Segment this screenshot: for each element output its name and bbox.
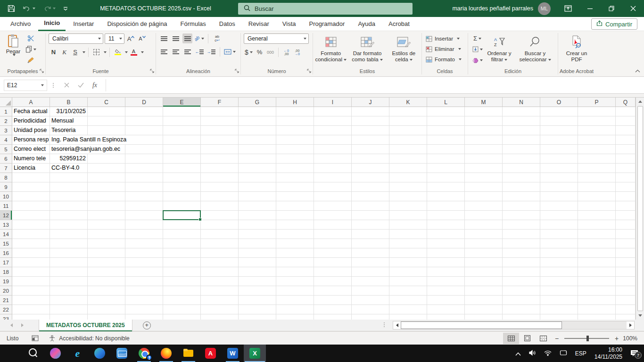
cell-N22[interactable] — [503, 305, 540, 314]
conditional-formatting-button[interactable]: Formato condicional — [313, 33, 348, 68]
cell-P4[interactable] — [578, 135, 616, 145]
zoom-level[interactable]: 100% — [622, 335, 644, 342]
cell-C8[interactable] — [88, 173, 125, 182]
cell-P16[interactable] — [578, 248, 616, 258]
format-painter-button[interactable] — [25, 55, 36, 65]
scroll-left-icon[interactable] — [393, 321, 401, 329]
cell-P15[interactable] — [578, 239, 616, 248]
format-as-table-button[interactable]: Dar formato como tabla — [349, 33, 385, 68]
cell-A18[interactable] — [12, 267, 50, 277]
cell-H9[interactable] — [276, 182, 314, 192]
cell-L8[interactable] — [427, 173, 465, 182]
cell-D21[interactable] — [125, 296, 163, 305]
cell-J15[interactable] — [352, 239, 389, 248]
cell-C3[interactable] — [88, 126, 125, 135]
cell-F16[interactable] — [201, 248, 239, 258]
select-all-corner[interactable] — [0, 98, 12, 107]
cell-H4[interactable] — [276, 135, 314, 145]
cell-F3[interactable] — [201, 126, 239, 135]
cell-L3[interactable] — [427, 126, 465, 135]
cell-B23[interactable] — [50, 314, 88, 320]
cell-G18[interactable] — [239, 267, 276, 277]
cell-D1[interactable] — [125, 107, 163, 116]
cell-O1[interactable] — [540, 107, 578, 116]
cell-H16[interactable] — [276, 248, 314, 258]
cell-A14[interactable] — [12, 230, 50, 239]
cell-L4[interactable] — [427, 135, 465, 145]
cell-D11[interactable] — [125, 201, 163, 211]
cell-J6[interactable] — [352, 154, 389, 164]
cell-Q17[interactable] — [616, 258, 636, 267]
cell-F7[interactable] — [201, 164, 239, 173]
cell-K9[interactable] — [389, 182, 427, 192]
cell-M14[interactable] — [465, 230, 503, 239]
column-header-l[interactable]: L — [427, 98, 465, 107]
cell-K21[interactable] — [389, 296, 427, 305]
cell-A3[interactable]: Unidad pose — [12, 126, 50, 135]
cell-O9[interactable] — [540, 182, 578, 192]
page-layout-view-button[interactable] — [519, 333, 535, 344]
column-header-q[interactable]: Q — [616, 98, 636, 107]
cell-O7[interactable] — [540, 164, 578, 173]
column-header-e[interactable]: E — [163, 98, 201, 107]
cell-M20[interactable] — [465, 286, 503, 296]
cell-G13[interactable] — [239, 220, 276, 230]
align-middle-button[interactable] — [171, 33, 181, 43]
cell-I14[interactable] — [314, 230, 352, 239]
tab-formulas[interactable]: Fórmulas — [175, 17, 212, 31]
customize-quick-access-icon[interactable] — [63, 6, 68, 11]
cell-A2[interactable]: Periodicidad — [12, 116, 50, 126]
cell-N5[interactable] — [503, 145, 540, 154]
sort-filter-button[interactable]: AZ Ordenar y filtrar — [483, 33, 516, 68]
cell-G22[interactable] — [239, 305, 276, 314]
cell-F6[interactable] — [201, 154, 239, 164]
cell-C11[interactable] — [88, 201, 125, 211]
cell-I1[interactable] — [314, 107, 352, 116]
cell-N7[interactable] — [503, 164, 540, 173]
column-header-o[interactable]: O — [540, 98, 578, 107]
cell-E23[interactable] — [163, 314, 201, 320]
cell-I23[interactable] — [314, 314, 352, 320]
row-header-12[interactable]: 12 — [0, 211, 12, 220]
cell-L22[interactable] — [427, 305, 465, 314]
cell-M1[interactable] — [465, 107, 503, 116]
cell-C1[interactable] — [88, 107, 125, 116]
cell-Q23[interactable] — [616, 314, 636, 320]
cell-O20[interactable] — [540, 286, 578, 296]
cell-Q13[interactable] — [616, 220, 636, 230]
cell-Q21[interactable] — [616, 296, 636, 305]
font-color-caret[interactable] — [141, 51, 144, 53]
taskbar-search-button[interactable] — [22, 345, 44, 362]
formula-bar-grip[interactable] — [53, 83, 54, 88]
currency-format-button[interactable]: $ — [244, 47, 254, 57]
cell-D20[interactable] — [125, 286, 163, 296]
clipboard-dialog-launcher[interactable] — [40, 66, 44, 75]
tab-inicio[interactable]: Inicio — [38, 17, 66, 31]
cell-D8[interactable] — [125, 173, 163, 182]
cell-F17[interactable] — [201, 258, 239, 267]
cell-P6[interactable] — [578, 154, 616, 164]
copy-button[interactable] — [25, 44, 36, 54]
cell-L17[interactable] — [427, 258, 465, 267]
cell-E21[interactable] — [163, 296, 201, 305]
column-header-p[interactable]: P — [578, 98, 616, 107]
find-select-button[interactable]: Buscar y seleccionar — [516, 33, 554, 68]
row-header-13[interactable]: 13 — [0, 220, 12, 230]
cell-O10[interactable] — [540, 192, 578, 201]
cell-I16[interactable] — [314, 248, 352, 258]
cell-L5[interactable] — [427, 145, 465, 154]
row-header-8[interactable]: 8 — [0, 173, 12, 182]
row-header-17[interactable]: 17 — [0, 258, 12, 267]
cell-G12[interactable] — [239, 211, 276, 220]
cell-G3[interactable] — [239, 126, 276, 135]
cell-P3[interactable] — [578, 126, 616, 135]
cell-J3[interactable] — [352, 126, 389, 135]
cell-M10[interactable] — [465, 192, 503, 201]
row-header-14[interactable]: 14 — [0, 230, 12, 239]
clear-button[interactable] — [472, 55, 483, 65]
cell-G17[interactable] — [239, 258, 276, 267]
cell-B22[interactable] — [50, 305, 88, 314]
cell-E13[interactable] — [163, 220, 201, 230]
cell-L19[interactable] — [427, 277, 465, 286]
cell-C18[interactable] — [88, 267, 125, 277]
